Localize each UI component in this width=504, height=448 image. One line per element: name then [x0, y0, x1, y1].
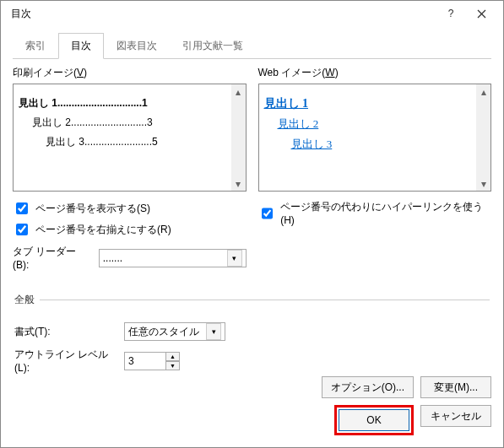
- chevron-down-icon: ▾: [206, 323, 221, 340]
- format-select[interactable]: 任意のスタイル ▾: [124, 322, 225, 341]
- scroll-up-icon[interactable]: ▴: [476, 84, 490, 99]
- tab-leader-label: タブ リーダー(B):: [13, 245, 90, 271]
- options-button[interactable]: オプション(O)...: [322, 376, 414, 398]
- outline-level-label: アウトライン レベル(L):: [14, 348, 116, 374]
- scroll-up-icon[interactable]: ▴: [231, 84, 246, 99]
- spin-up-icon[interactable]: ▲: [166, 352, 180, 361]
- tab-strip: 索引 目次 図表目次 引用文献一覧: [13, 33, 491, 59]
- dialog-title: 目次: [8, 7, 436, 21]
- checkbox-use-hyperlinks[interactable]: ページ番号の代わりにハイパーリンクを使う(H): [258, 200, 492, 226]
- help-button[interactable]: ?: [436, 2, 466, 25]
- outline-level-spinner[interactable]: 3 ▲▼: [124, 352, 180, 370]
- web-preview: 見出し 1 見出し 2 見出し 3 ▴ ▾: [258, 84, 492, 192]
- checkbox-right-align-page-numbers[interactable]: ページ番号を右揃えにする(R): [13, 221, 247, 238]
- tab-citations[interactable]: 引用文献一覧: [170, 33, 256, 59]
- checkbox-show-page-numbers[interactable]: ページ番号を表示する(S): [13, 200, 247, 217]
- scroll-down-icon[interactable]: ▾: [476, 176, 490, 191]
- scrollbar[interactable]: ▴ ▾: [476, 84, 490, 191]
- close-button[interactable]: [466, 2, 496, 25]
- scrollbar[interactable]: ▴ ▾: [231, 84, 246, 191]
- chevron-down-icon: ▾: [227, 250, 242, 267]
- ok-button[interactable]: OK: [339, 409, 409, 431]
- format-label: 書式(T):: [14, 325, 116, 339]
- spin-down-icon[interactable]: ▼: [166, 361, 180, 370]
- scroll-down-icon[interactable]: ▾: [231, 176, 246, 191]
- web-preview-label: Web イメージ(W): [258, 66, 492, 80]
- tab-leader-select[interactable]: ....... ▾: [99, 249, 247, 267]
- modify-button[interactable]: 変更(M)...: [420, 376, 491, 398]
- print-preview-label: 印刷イメージ(V): [13, 66, 247, 80]
- print-preview: 見出し 1..............................1 見出し…: [13, 84, 247, 192]
- general-group-label: 全般: [14, 293, 40, 307]
- ok-highlight: OK: [334, 405, 414, 435]
- tab-index[interactable]: 索引: [13, 33, 58, 59]
- cancel-button[interactable]: キャンセル: [420, 405, 491, 427]
- tab-toc[interactable]: 目次: [58, 33, 104, 59]
- tab-figures[interactable]: 図表目次: [104, 33, 170, 59]
